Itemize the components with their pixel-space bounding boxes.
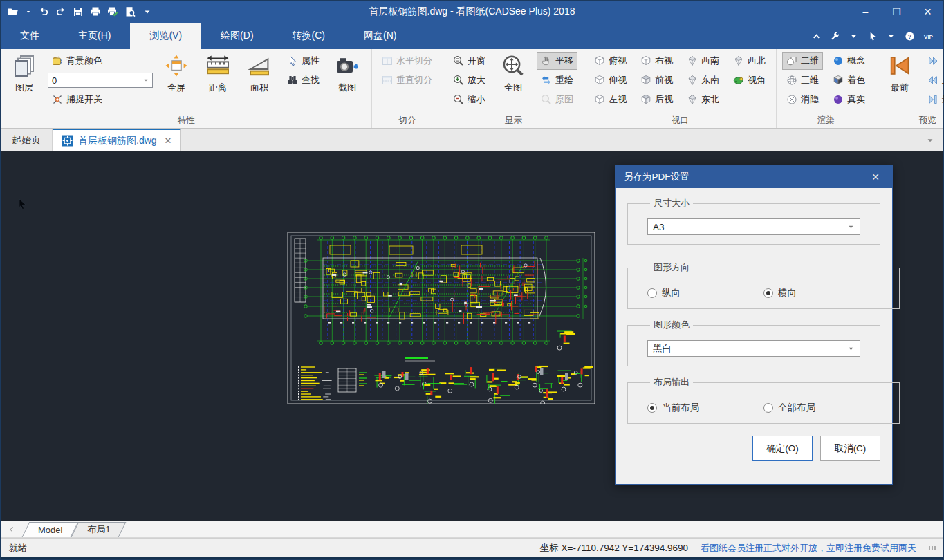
render-hidden-button[interactable]: 消隐 bbox=[782, 91, 823, 109]
open-file-button[interactable] bbox=[8, 6, 19, 17]
fullscreen-button[interactable]: 全屏 bbox=[158, 52, 194, 94]
ok-button[interactable]: 确定(O) bbox=[752, 436, 813, 461]
help-button[interactable]: ? bbox=[905, 31, 915, 41]
top-view-button[interactable]: 俯视 bbox=[590, 52, 631, 70]
undo-button[interactable] bbox=[38, 6, 49, 17]
r3d-icon bbox=[786, 75, 797, 86]
orientation-radio-0[interactable]: 纵向 bbox=[647, 287, 763, 299]
pointer-mode-button[interactable] bbox=[867, 31, 878, 41]
render-concept-button[interactable]: 概念 bbox=[829, 52, 869, 70]
properties-button[interactable]: 属性 bbox=[283, 52, 324, 70]
right-view-button-label: 右视 bbox=[655, 55, 673, 67]
left-view-button[interactable]: 左视 bbox=[590, 91, 631, 109]
open-file-button-caret-icon[interactable] bbox=[25, 8, 32, 15]
split-group-content: 水平切分垂直切分 bbox=[378, 52, 436, 115]
layers-button[interactable]: 图层 bbox=[6, 52, 42, 94]
tab-browse[interactable]: 浏览(V) bbox=[130, 23, 201, 49]
sheet-tab-model-label: Model bbox=[38, 525, 62, 535]
promo-link[interactable]: 看图纸会员注册正式对外开放，立即注册免费试用两天 bbox=[701, 542, 916, 554]
render-realistic-button[interactable]: 真实 bbox=[829, 91, 869, 109]
tab-list-dropdown-icon[interactable] bbox=[925, 129, 943, 151]
zoom-window-button[interactable]: 开窗 bbox=[449, 52, 490, 70]
collapse-ribbon-button[interactable] bbox=[811, 31, 822, 41]
quick-access-toolbar bbox=[1, 6, 153, 17]
maximize-button[interactable]: ❐ bbox=[881, 1, 912, 23]
southwest-view-button[interactable]: 西南 bbox=[683, 52, 723, 70]
cubecolor-icon bbox=[833, 75, 844, 86]
background-color-button[interactable]: 背景颜色 bbox=[48, 52, 153, 70]
tab-netdisk[interactable]: 网盘(N) bbox=[344, 23, 416, 49]
zoom-out-button[interactable]: 缩小 bbox=[449, 91, 490, 109]
vip-button[interactable]: VIP bbox=[923, 31, 934, 41]
tab-start-page[interactable]: 起始页 bbox=[1, 129, 53, 151]
cube-icon bbox=[640, 55, 651, 66]
diamond-icon bbox=[687, 75, 698, 86]
render-shaded-button[interactable]: 着色 bbox=[829, 71, 869, 89]
bottom-view-button[interactable]: 仰视 bbox=[590, 71, 631, 89]
pan-button[interactable]: 平移 bbox=[537, 52, 577, 70]
render-group-content: 二维三维消隐概念着色真实 bbox=[782, 52, 869, 115]
render-3d-button[interactable]: 三维 bbox=[782, 71, 823, 89]
area-button[interactable]: 面积 bbox=[241, 52, 277, 94]
redraw-button[interactable]: 重绘 bbox=[537, 71, 577, 89]
window-controls: – ❐ ✕ bbox=[850, 1, 943, 23]
view-angle-button[interactable]: 视角 bbox=[729, 71, 770, 89]
first-icon bbox=[889, 55, 911, 79]
cancel-button[interactable]: 取消(C) bbox=[820, 436, 880, 461]
preview-prev-button[interactable]: 上一个 bbox=[923, 71, 944, 89]
preview-last-button[interactable]: 最后 bbox=[923, 91, 944, 109]
batch-print-button[interactable] bbox=[107, 6, 118, 17]
tab-home[interactable]: 主页(H) bbox=[59, 23, 130, 49]
right-view-button[interactable]: 右视 bbox=[636, 52, 677, 70]
find-button[interactable]: 查找 bbox=[283, 71, 324, 89]
render-group-label: 渲染 bbox=[777, 115, 876, 127]
preview-first-button[interactable]: 最前 bbox=[882, 52, 918, 94]
split-group-label: 切分 bbox=[372, 115, 443, 127]
orientation-radio-1[interactable]: 横向 bbox=[763, 287, 880, 299]
tab-active-document[interactable]: 首层板钢筋图.dwg ✕ bbox=[53, 129, 181, 151]
screenshot-button[interactable]: 截图 bbox=[329, 52, 365, 94]
northeast-view-button[interactable]: 东北 bbox=[683, 91, 723, 109]
layout-group-label: 布局输出 bbox=[650, 376, 693, 389]
tab-close-icon[interactable]: ✕ bbox=[162, 136, 172, 146]
northwest-view-button[interactable]: 西北 bbox=[729, 52, 770, 70]
southeast-view-button[interactable]: 东南 bbox=[683, 71, 723, 89]
layout-radio-1[interactable]: 全部布局 bbox=[763, 402, 880, 414]
redo-button[interactable] bbox=[55, 6, 66, 17]
dialog-body: 尺寸大小 A3 图形方向 纵向横向 图形颜色 黑白 bbox=[616, 188, 892, 461]
tab-draw[interactable]: 绘图(D) bbox=[201, 23, 272, 49]
screenshot-button-label: 截图 bbox=[338, 82, 356, 94]
snap-toggle-button[interactable]: 捕捉开关 bbox=[48, 91, 153, 109]
sheet-tab-layout1[interactable]: 布局1 bbox=[75, 522, 122, 537]
print-preview-button[interactable] bbox=[124, 6, 136, 17]
resize-grip[interactable] bbox=[929, 546, 936, 550]
back-view-button[interactable]: 后视 bbox=[636, 91, 677, 109]
close-button[interactable]: ✕ bbox=[912, 1, 943, 23]
tools-button-caret-icon[interactable] bbox=[849, 31, 859, 41]
layout-options: 当前布局全部布局 bbox=[647, 402, 880, 414]
drawing-canvas[interactable]: 另存为PDF设置 ✕ 尺寸大小 A3 图形方向 纵向横向 图形颜色 bbox=[1, 151, 943, 521]
save-button[interactable] bbox=[73, 6, 84, 17]
zoom-in-button[interactable]: 放大 bbox=[449, 71, 490, 89]
front-view-button[interactable]: 前视 bbox=[636, 71, 677, 89]
size-group-label: 尺寸大小 bbox=[650, 197, 693, 209]
southwest-view-button-label: 西南 bbox=[701, 55, 719, 67]
fit-all-button[interactable]: 全图 bbox=[495, 52, 531, 94]
zoomout-icon bbox=[453, 94, 464, 105]
tools-button[interactable] bbox=[830, 31, 840, 41]
distance-button[interactable]: 距离 bbox=[200, 52, 236, 94]
sheet-tab-model[interactable]: Model bbox=[26, 522, 75, 537]
print-button[interactable] bbox=[90, 6, 101, 17]
preview-next-button[interactable]: 下一个 bbox=[923, 52, 944, 70]
tab-file[interactable]: 文件 bbox=[1, 23, 59, 49]
layout-radio-0[interactable]: 当前布局 bbox=[647, 402, 763, 414]
minimize-button[interactable]: – bbox=[850, 1, 881, 23]
drawing-color-select[interactable]: 黑白 bbox=[647, 340, 860, 357]
pointer-mode-button-caret-icon[interactable] bbox=[886, 31, 896, 41]
paper-size-select[interactable]: A3 bbox=[647, 218, 860, 235]
customize-toolbar-button[interactable] bbox=[142, 6, 153, 17]
layer-select[interactable]: 0 bbox=[48, 73, 153, 88]
dialog-close-icon[interactable]: ✕ bbox=[867, 171, 884, 183]
render-2d-button[interactable]: 二维 bbox=[782, 52, 823, 70]
tab-convert[interactable]: 转换(C) bbox=[273, 23, 344, 49]
